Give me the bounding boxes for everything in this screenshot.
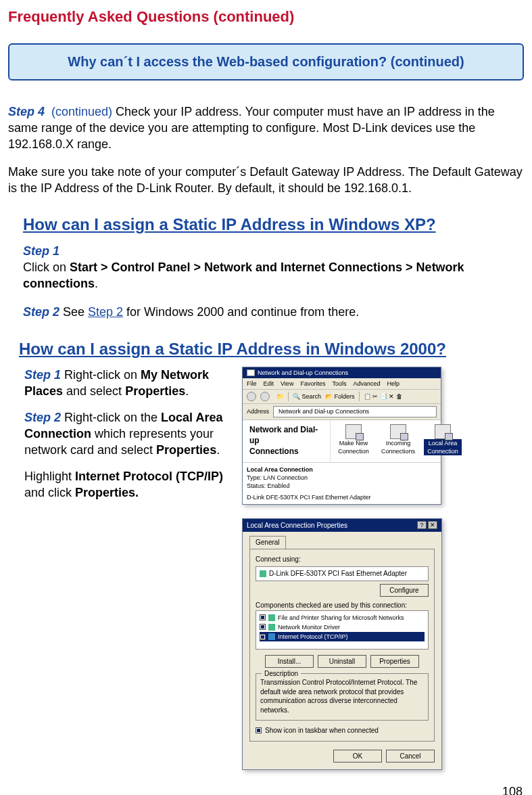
up-icon[interactable]: 📁: [274, 392, 284, 401]
install-button[interactable]: Install...: [265, 655, 314, 668]
shot1-title-text: Network and Dial-up Connections: [258, 369, 348, 377]
checkbox-icon[interactable]: [260, 614, 266, 620]
w2k-step1: Step 1 Right-click on My Network Places …: [24, 367, 234, 400]
instructions-left-column: Step 1 Right-click on My Network Places …: [24, 367, 234, 770]
search-label: Search: [302, 393, 322, 400]
shot1-menubar: File Edit View Favorites Tools Advanced …: [243, 378, 441, 390]
component-icon: [268, 614, 275, 621]
adapter-box: D-Link DFE-530TX PCI Fast Ethernet Adapt…: [256, 566, 429, 581]
w2k-s1-d: Properties: [125, 384, 185, 398]
menu-file[interactable]: File: [247, 380, 257, 388]
shot1-titlebar: Network and Dial-up Connections: [243, 367, 441, 378]
heading-2000[interactable]: How can I assign a Static IP Address in …: [19, 338, 524, 360]
w2k-highlight: Highlight Internet Protocol (TCP/IP) and…: [24, 468, 234, 501]
w2k-h-d: Properties.: [75, 486, 139, 499]
heading-xp[interactable]: How can I assign a Static IP Address in …: [23, 214, 524, 235]
description-label: Description: [262, 669, 301, 679]
tab-panel-general: Connect using: D-Link DFE-530TX PCI Fast…: [249, 549, 435, 742]
shot1-footer: Local Area Connection Type: LAN Connecti…: [243, 462, 441, 504]
menu-advanced[interactable]: Advanced: [353, 380, 380, 388]
help-window-button[interactable]: ?: [417, 521, 427, 529]
w2k-s1-a: Right-click on: [61, 368, 141, 382]
w2k-h-b: Internet Protocol (TCP/IP): [75, 470, 223, 483]
xp-step1-tail: .: [95, 277, 98, 290]
lac-label: Local Area Connection: [424, 439, 462, 455]
forward-button[interactable]: [260, 392, 270, 401]
step4-continued: (continued): [51, 105, 112, 118]
address-text: Network and Dial-up Connections: [279, 407, 369, 415]
left-title-2: Connections: [249, 446, 326, 457]
footer-name: Local Area Connection: [247, 465, 437, 474]
footer-type-label: Type:: [247, 474, 262, 481]
tab-general[interactable]: General: [249, 536, 286, 549]
properties-button[interactable]: Properties: [370, 655, 419, 668]
adapter-icon: [260, 570, 266, 577]
uninstall-button[interactable]: Uninstall: [318, 655, 366, 668]
adapter-name: D-Link DFE-530TX PCI Fast Ethernet Adapt…: [269, 569, 407, 578]
page-number: 108: [8, 783, 524, 795]
shot1-addressbar: Address Network and Dial-up Connections: [243, 404, 441, 419]
description-text: Transmission Control Protocol/Internet P…: [260, 678, 424, 714]
show-icon-label: Show icon in taskbar when connected: [265, 726, 379, 735]
address-label: Address: [247, 407, 269, 415]
checkbox-icon[interactable]: [260, 624, 266, 630]
comp3-label: Internet Protocol (TCP/IP): [278, 633, 348, 641]
components-list[interactable]: File and Printer Sharing for Microsoft N…: [256, 610, 429, 650]
menu-help[interactable]: Help: [387, 380, 400, 388]
list-item-tcpip[interactable]: Internet Protocol (TCP/IP): [260, 632, 425, 641]
shot1-toolbar: 📁 🔍 Search 📂 Folders 📋 ✂ 📑 ✕ 🗑: [243, 390, 441, 404]
ok-button[interactable]: OK: [333, 750, 382, 763]
show-icon-row[interactable]: Show icon in taskbar when connected: [256, 726, 429, 735]
footer-status-label: Status:: [247, 482, 266, 489]
dialog-title-text: Local Area Connection Properties: [247, 521, 347, 530]
comp2-label: Network Monitor Driver: [278, 623, 340, 631]
w2k-s1-e: .: [185, 384, 189, 398]
shot1-right-pane: Make New Connection Incoming Connections…: [331, 420, 466, 463]
cancel-button[interactable]: Cancel: [386, 750, 435, 763]
local-area-connection[interactable]: Local Area Connection: [424, 424, 462, 459]
w2k-s2-a: Right-click on the: [61, 411, 161, 424]
back-button[interactable]: [247, 392, 256, 401]
search-button[interactable]: 🔍 Search: [293, 392, 321, 401]
checkbox-icon[interactable]: [256, 727, 262, 733]
w2k-step2: Step 2 Right-click on the Local Area Con…: [24, 409, 234, 459]
xp-step1: Step 1 Click on Start > Control Panel > …: [23, 243, 497, 292]
w2k-h-c: and click: [24, 486, 75, 499]
component-icon: [268, 633, 275, 640]
xp-step2: Step 2 See Step 2 for Windows 2000 and c…: [23, 304, 497, 320]
xp-step2-post: for Windows 2000 and continue from there…: [123, 305, 359, 319]
toolbar-extra-icons[interactable]: 📋 ✂ 📑 ✕ 🗑: [364, 392, 402, 401]
checkbox-icon[interactable]: [260, 634, 266, 640]
configure-button[interactable]: Configure: [380, 584, 429, 597]
menu-favorites[interactable]: Favorites: [300, 380, 325, 388]
menu-edit[interactable]: Edit: [264, 380, 274, 388]
close-window-button[interactable]: ✕: [428, 521, 437, 529]
w2k-step2-label: Step 2: [24, 411, 61, 424]
xp-step2-label: Step 2: [23, 305, 59, 319]
incoming-connections[interactable]: Incoming Connections: [379, 424, 417, 459]
folders-label: Folders: [335, 393, 355, 400]
menu-view[interactable]: View: [281, 380, 293, 388]
folders-button[interactable]: 📂 Folders: [325, 392, 355, 401]
faq-question-callout: Why can´t I access the Web-based configu…: [8, 43, 524, 81]
shot1-left-pane: Network and Dial-upConnections: [243, 420, 331, 463]
footer-type-value: LAN Connection: [264, 474, 308, 481]
incoming-label: Incoming Connections: [379, 439, 417, 455]
w2k-step1-label: Step 1: [24, 368, 61, 382]
address-box[interactable]: Network and Dial-up Connections: [273, 406, 437, 417]
make-new-connection[interactable]: Make New Connection: [335, 424, 372, 459]
screenshots-right-column: Network and Dial-up Connections File Edi…: [242, 367, 524, 770]
dialog-titlebar: Local Area Connection Properties ? ✕: [243, 519, 441, 532]
w2k-s1-c: and select: [63, 384, 125, 398]
footer-adapter: D-Link DFE-530TX PCI Fast Ethernet Adapt…: [247, 493, 437, 501]
components-label: Components checked are used by this conn…: [256, 601, 429, 610]
xp-step2-link[interactable]: Step 2: [88, 305, 123, 319]
list-item-network-monitor[interactable]: Network Monitor Driver: [260, 622, 425, 632]
xp-step1-bold: Start > Control Panel > Network and Inte…: [23, 260, 464, 290]
screenshot-network-connections: Network and Dial-up Connections File Edi…: [242, 367, 441, 505]
description-group: Description Transmission Control Protoco…: [256, 673, 429, 721]
xp-step1-label: Step 1: [23, 243, 497, 259]
component-icon: [268, 624, 275, 631]
menu-tools[interactable]: Tools: [332, 380, 346, 388]
list-item-file-printer-sharing[interactable]: File and Printer Sharing for Microsoft N…: [260, 613, 425, 622]
